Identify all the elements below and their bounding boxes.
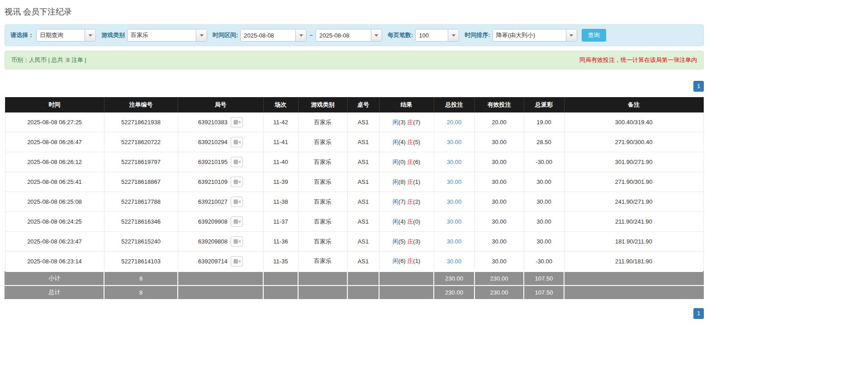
page-1-button[interactable]: 1	[693, 81, 704, 92]
total-bet-cell: 30.00	[434, 132, 474, 152]
empty-cell	[178, 272, 263, 286]
empty-cell	[298, 286, 347, 300]
round-id: 639210195	[198, 159, 228, 165]
valid-bet-cell: 30.00	[474, 172, 524, 192]
banker-result-count: (5)	[413, 139, 420, 145]
page-size-input[interactable]	[416, 29, 448, 41]
table-footer: 小计 8 230.00 230.00 107.50 总计 8	[5, 272, 703, 300]
chevron-down-icon[interactable]	[371, 29, 382, 41]
remark-cell: 241.90/271.90	[564, 192, 703, 212]
player-result-count: (8)	[398, 178, 406, 185]
valid-bet-notice-text: 同局有效投注，统一计算在该局第一张注单内	[579, 56, 697, 64]
table-no-cell: AS1	[347, 112, 379, 132]
date-from-input[interactable]	[241, 29, 295, 41]
video-icon[interactable]	[231, 256, 243, 267]
chevron-down-icon[interactable]	[295, 29, 306, 41]
col-payout: 总派彩	[524, 98, 564, 112]
time-cell: 2025-08-08 06:27:25	[5, 112, 104, 132]
result-cell: 闲(7) 庄(2)	[379, 192, 434, 212]
remark-cell: 181.90/211.90	[564, 232, 703, 252]
time-sort-input[interactable]	[493, 29, 566, 41]
chevron-down-icon[interactable]	[85, 29, 95, 41]
video-icon[interactable]	[231, 197, 243, 207]
table-no-cell: AS1	[347, 172, 379, 192]
round-cell: 639209714	[178, 252, 263, 272]
video-icon[interactable]	[231, 236, 243, 247]
total-bet-cell: 30.00	[434, 252, 474, 272]
total-bet-cell: 30.00	[434, 172, 474, 192]
time-sort-label: 时间排序:	[465, 31, 490, 39]
player-result-label: 闲	[393, 238, 398, 245]
col-remark: 备注	[564, 98, 703, 112]
video-icon[interactable]	[231, 216, 243, 227]
round-id: 639209908	[198, 218, 228, 225]
game-type-cell: 百家乐	[298, 212, 347, 232]
date-to-input[interactable]	[316, 29, 371, 41]
round-cell: 639210195	[178, 152, 263, 172]
time-cell: 2025-08-08 06:25:08	[5, 192, 104, 212]
banker-result-label: 庄	[407, 258, 413, 264]
currency-summary-text: 币别：人民币 | 总共 :8 注单 |	[11, 56, 86, 64]
total-count: 8	[104, 286, 178, 300]
table-row: 2025-08-08 06:27:25522718621938639210383…	[5, 112, 703, 132]
time-cell: 2025-08-08 06:23:47	[5, 232, 104, 252]
chevron-down-icon[interactable]	[196, 29, 207, 41]
total-bet-link[interactable]: 30.00	[447, 159, 462, 165]
banker-result-count: (1)	[413, 258, 420, 264]
game-type-cell: 百家乐	[298, 132, 347, 152]
player-result-count: (5)	[398, 238, 406, 245]
col-session: 场次	[263, 98, 298, 112]
valid-bet-cell: 30.00	[474, 212, 524, 232]
total-bet-link[interactable]: 20.00	[447, 119, 462, 126]
search-button[interactable]: 查询	[582, 29, 606, 42]
bet-id-cell: 522718618867	[104, 172, 178, 192]
banker-result-count: (0)	[413, 218, 420, 225]
round-id: 639209714	[198, 258, 228, 265]
video-icon[interactable]	[231, 117, 243, 127]
total-bet-link[interactable]: 30.00	[447, 178, 462, 185]
subtotal-total-bet: 230.00	[434, 272, 474, 286]
table-no-cell: AS1	[347, 132, 379, 152]
bet-id-cell: 522718616346	[104, 212, 178, 232]
records-table: 时间 注单编号 局号 场次 游戏类别 桌号 结果 总投注 有效投注 总派彩 备注…	[5, 97, 704, 300]
empty-cell	[564, 272, 703, 286]
remark-cell: 211.90/241.90	[564, 212, 703, 232]
round-cell: 639210109	[178, 172, 263, 192]
empty-cell	[347, 286, 379, 300]
total-bet-link[interactable]: 30.00	[447, 218, 462, 225]
subtotal-row: 小计 8 230.00 230.00 107.50	[5, 272, 703, 286]
session-cell: 11-36	[263, 232, 298, 252]
query-type-input[interactable]	[37, 29, 85, 41]
time-cell: 2025-08-08 06:26:47	[5, 132, 104, 152]
session-cell: 11-40	[263, 152, 298, 172]
total-bet-link[interactable]: 30.00	[447, 258, 462, 265]
pagination-top: 1	[5, 81, 704, 92]
payout-cell: 28.50	[524, 132, 564, 152]
game-type-cell: 百家乐	[298, 112, 347, 132]
query-type-combo	[36, 29, 96, 42]
total-bet-link[interactable]: 30.00	[447, 238, 462, 245]
game-type-cell: 百家乐	[298, 152, 347, 172]
session-cell: 11-35	[263, 252, 298, 272]
game-type-input[interactable]	[128, 29, 196, 41]
total-total-bet: 230.00	[434, 286, 474, 300]
table-row: 2025-08-08 06:24:25522718616346639209908…	[5, 212, 703, 232]
video-icon[interactable]	[231, 157, 243, 167]
table-no-cell: AS1	[347, 232, 379, 252]
banker-result-count: (7)	[413, 119, 420, 126]
col-result: 结果	[379, 98, 434, 112]
session-cell: 11-42	[263, 112, 298, 132]
video-icon[interactable]	[231, 177, 243, 187]
empty-cell	[347, 272, 379, 286]
total-bet-cell: 20.00	[434, 112, 474, 132]
total-bet-link[interactable]: 30.00	[447, 139, 462, 145]
result-cell: 闲(5) 庄(3)	[379, 232, 434, 252]
payout-cell: 19.00	[524, 112, 564, 132]
col-table-no: 桌号	[347, 98, 379, 112]
chevron-down-icon[interactable]	[566, 29, 577, 41]
chevron-down-icon[interactable]	[448, 29, 459, 41]
total-bet-link[interactable]: 30.00	[447, 198, 462, 205]
page-1-button[interactable]: 1	[693, 308, 704, 319]
player-result-count: (4)	[398, 139, 406, 145]
video-icon[interactable]	[231, 137, 243, 147]
